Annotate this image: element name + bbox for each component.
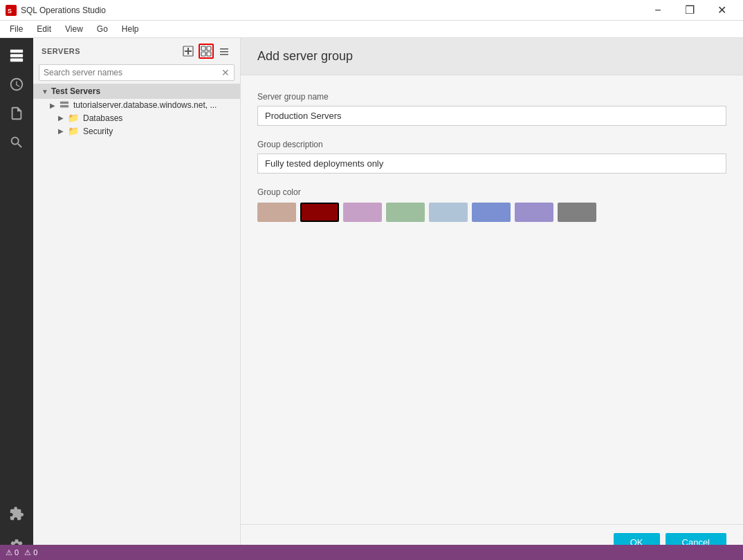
- minimize-button[interactable]: −: [642, 0, 674, 21]
- main-layout: SERVERS ✕ ▼ Test Servers: [0, 38, 743, 560]
- titlebar-left: S SQL Operations Studio: [6, 5, 106, 16]
- activity-servers[interactable]: [5, 44, 28, 67]
- color-swatch-1[interactable]: [300, 203, 339, 222]
- svg-text:S: S: [8, 8, 12, 15]
- warning-icon: ⚠: [6, 548, 12, 557]
- svg-rect-4: [10, 59, 23, 62]
- statusbar: ⚠ 0 ⚠ 0: [0, 545, 743, 560]
- databases-label: Databases: [83, 113, 122, 123]
- activity-history[interactable]: [5, 73, 28, 96]
- sidebar-header: SERVERS: [33, 38, 240, 64]
- sidebar-header-icons: [181, 44, 232, 59]
- tree-group-test-servers[interactable]: ▼ Test Servers: [33, 84, 240, 99]
- sidebar-add-group-button[interactable]: [199, 44, 214, 59]
- chevron-down-icon: ▼: [42, 88, 48, 95]
- menubar: File Edit View Go Help: [0, 21, 743, 38]
- menu-edit[interactable]: Edit: [30, 23, 58, 35]
- name-input[interactable]: [257, 106, 726, 126]
- name-label: Server group name: [257, 92, 726, 102]
- svg-rect-3: [10, 54, 23, 57]
- app-title: SQL Operations Studio: [21, 6, 106, 15]
- color-swatch-7[interactable]: [558, 203, 596, 222]
- clear-search-button[interactable]: ✕: [221, 68, 230, 77]
- color-swatch-3[interactable]: [386, 203, 425, 222]
- chevron-right-icon3: ▶: [58, 127, 64, 135]
- svg-rect-6: [201, 46, 205, 50]
- activity-bar: [0, 38, 33, 560]
- tree-item-server[interactable]: ▶ tutorialserver.database.windows.net, .…: [33, 99, 240, 111]
- search-bar[interactable]: ✕: [39, 64, 235, 81]
- statusbar-error: ⚠ 0: [24, 548, 37, 557]
- activity-search[interactable]: [5, 131, 28, 154]
- activity-documents[interactable]: [5, 102, 28, 125]
- group-label: Test Servers: [51, 86, 100, 96]
- statusbar-warning: ⚠ 0: [6, 548, 19, 557]
- folder-icon: 📁: [68, 113, 79, 123]
- color-swatch-4[interactable]: [429, 203, 468, 222]
- titlebar-controls: − ❐ ✕: [642, 0, 737, 21]
- close-button[interactable]: ✕: [706, 0, 737, 21]
- svg-rect-2: [10, 50, 23, 53]
- svg-rect-11: [60, 105, 68, 108]
- security-label: Security: [83, 127, 113, 136]
- color-label: Group color: [257, 187, 726, 197]
- color-swatch-5[interactable]: [472, 203, 511, 222]
- error-icon: ⚠: [24, 548, 31, 557]
- form-group-desc: Group description: [257, 140, 726, 174]
- server-label: tutorialserver.database.windows.net, ...: [73, 100, 217, 110]
- menu-view[interactable]: View: [58, 23, 90, 35]
- restore-button[interactable]: ❐: [674, 0, 706, 21]
- panel-title: Add server group: [241, 38, 743, 75]
- desc-input[interactable]: [257, 153, 726, 174]
- form-group-name: Server group name: [257, 92, 726, 126]
- panel-content: Server group name Group description Grou…: [241, 75, 743, 524]
- color-swatches: [257, 203, 726, 222]
- menu-help[interactable]: Help: [115, 23, 146, 35]
- folder-icon2: 📁: [68, 126, 79, 136]
- color-swatch-2[interactable]: [343, 203, 382, 222]
- activity-extensions[interactable]: [5, 505, 28, 528]
- sidebar: SERVERS ✕ ▼ Test Servers: [33, 38, 241, 560]
- app-icon: S: [6, 5, 17, 16]
- desc-label: Group description: [257, 140, 726, 149]
- titlebar: S SQL Operations Studio − ❐ ✕: [0, 0, 743, 21]
- sidebar-title: SERVERS: [42, 47, 80, 55]
- sidebar-icon-1[interactable]: [181, 44, 196, 59]
- sidebar-icon-3[interactable]: [217, 44, 232, 59]
- svg-rect-8: [201, 52, 205, 56]
- tree-item-security[interactable]: ▶ 📁 Security: [33, 124, 240, 138]
- tree-container: ▼ Test Servers ▶ tutorialserver.database…: [33, 84, 240, 560]
- color-swatch-0[interactable]: [257, 203, 296, 222]
- svg-rect-9: [207, 52, 211, 56]
- chevron-right-icon2: ▶: [58, 114, 64, 122]
- warning-count: 0: [15, 548, 19, 557]
- search-input[interactable]: [44, 66, 221, 79]
- right-panel: Add server group Server group name Group…: [241, 38, 743, 560]
- tree-item-databases[interactable]: ▶ 📁 Databases: [33, 111, 240, 124]
- svg-rect-10: [60, 102, 68, 104]
- svg-rect-7: [207, 46, 211, 50]
- error-count: 0: [33, 548, 37, 557]
- menu-go[interactable]: Go: [90, 23, 115, 35]
- chevron-right-icon: ▶: [50, 102, 55, 109]
- color-swatch-6[interactable]: [515, 203, 553, 222]
- menu-file[interactable]: File: [3, 23, 30, 35]
- server-icon: [59, 100, 69, 110]
- form-group-color: Group color: [257, 187, 726, 222]
